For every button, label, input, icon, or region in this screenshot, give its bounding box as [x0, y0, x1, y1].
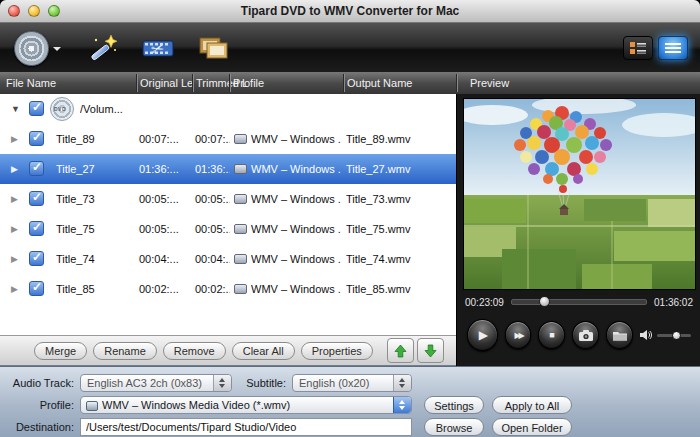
snapshot-button[interactable]: [572, 321, 599, 349]
play-button[interactable]: ▶: [467, 319, 498, 351]
settings-button[interactable]: Settings: [424, 396, 484, 414]
rename-button[interactable]: Rename: [93, 342, 157, 360]
dropdown-arrows-icon: [393, 375, 411, 391]
seek-slider-thumb[interactable]: [539, 296, 550, 307]
volume-slider[interactable]: [657, 334, 691, 337]
profile-label: Profile:: [2, 396, 74, 414]
table-row[interactable]: ▶ Title_89 00:07:... 00:07:... WMV – Win…: [0, 124, 456, 154]
trim-button[interactable]: ✂: [141, 27, 175, 69]
subtitle-label: Subtitle:: [220, 374, 286, 392]
minimize-button[interactable]: [28, 5, 40, 17]
row-checkbox[interactable]: [29, 101, 44, 116]
destination-input[interactable]: [80, 418, 412, 436]
zoom-button[interactable]: [48, 5, 60, 17]
speaker-icon[interactable]: [640, 329, 652, 341]
volume-group: [640, 329, 691, 341]
audio-track-dropdown[interactable]: English AC3 2ch (0x83): [80, 374, 232, 392]
app-window: Tipard DVD to WMV Converter for Mac ✂: [0, 0, 700, 437]
preview-panel: 00:23:09 01:36:02 ▶ ▶▶ ■: [456, 94, 700, 366]
snapshot-folder-button[interactable]: [606, 321, 633, 349]
audio-track-label: Audio Track:: [2, 374, 74, 392]
row-checkbox[interactable]: [29, 281, 44, 296]
window-title: Tipard DVD to WMV Converter for Mac: [0, 0, 700, 22]
cell-original-length: 00:04:...: [139, 244, 191, 274]
folder-icon: [613, 330, 627, 341]
remove-button[interactable]: Remove: [163, 342, 226, 360]
row-checkbox[interactable]: [29, 161, 44, 176]
volume-slider-thumb[interactable]: [672, 331, 681, 340]
thumbnail-grid-icon: [630, 42, 646, 54]
row-checkbox[interactable]: [29, 191, 44, 206]
playback-timeline: 00:23:09 01:36:02: [457, 294, 700, 310]
fast-forward-button[interactable]: ▶▶: [505, 321, 532, 349]
table-row[interactable]: ▶ Title_85 00:02:... 00:02:... WMV – Win…: [0, 274, 456, 304]
disclosure-triangle-icon[interactable]: ▼: [11, 94, 20, 124]
table-row[interactable]: ▶ Title_73 00:05:... 00:05:... WMV – Win…: [0, 184, 456, 214]
title-bar[interactable]: Tipard DVD to WMV Converter for Mac: [0, 0, 700, 23]
view-toggle-group: [623, 36, 688, 60]
disclosure-triangle-icon[interactable]: ▶: [11, 274, 18, 304]
column-separator[interactable]: [229, 74, 230, 92]
green-arrow-up-icon: [394, 344, 407, 358]
move-down-button[interactable]: [417, 338, 444, 363]
column-separator[interactable]: [136, 74, 137, 92]
cell-trimmed-length: 00:07:...: [195, 124, 230, 154]
stop-button[interactable]: ■: [538, 321, 565, 349]
apply-to-all-button[interactable]: Apply to All: [492, 396, 572, 414]
column-separator[interactable]: [192, 74, 193, 92]
audio-track-value: English AC3 2ch (0x83): [87, 377, 202, 389]
profile-format-icon: [234, 224, 247, 234]
table-row-selected[interactable]: ▶ Title_27 01:36:... 01:36:... WMV – Win…: [0, 154, 456, 184]
destination-label: Destination:: [2, 418, 74, 436]
subtitle-value: English (0x20): [299, 377, 369, 389]
seek-slider[interactable]: [511, 299, 647, 305]
table-row[interactable]: ▶ Title_75 00:05:... 00:05:... WMV – Win…: [0, 214, 456, 244]
subtitle-dropdown[interactable]: English (0x20): [292, 374, 412, 392]
column-output-name[interactable]: Output Name: [347, 72, 412, 94]
cell-trimmed-length: 00:05:...: [195, 214, 230, 244]
open-folder-button[interactable]: Open Folder: [492, 418, 572, 436]
cell-file-name: Title_73: [56, 184, 136, 214]
effect-button[interactable]: [87, 27, 119, 69]
cell-profile: WMV – Windows ...: [251, 154, 341, 184]
column-file-name[interactable]: File Name: [6, 72, 56, 94]
cell-output-name: Title_89.wmv: [346, 124, 452, 154]
close-button[interactable]: [8, 5, 20, 17]
load-dvd-button[interactable]: [14, 27, 61, 69]
dvd-disc-icon: [14, 31, 49, 66]
fast-forward-icon: ▶▶: [514, 331, 522, 340]
move-up-button[interactable]: [387, 338, 414, 363]
disclosure-triangle-icon[interactable]: ▶: [11, 214, 18, 244]
browse-button[interactable]: Browse: [424, 418, 484, 436]
row-checkbox[interactable]: [29, 221, 44, 236]
table-row-root[interactable]: ▼ /Volum...: [0, 94, 456, 124]
playback-controls: ▶ ▶▶ ■: [457, 318, 700, 352]
snapshot-tool-button[interactable]: [197, 27, 231, 69]
list-view-button[interactable]: [658, 36, 688, 60]
disclosure-triangle-icon[interactable]: ▶: [11, 124, 18, 154]
cell-output-name: Title_74.wmv: [346, 244, 452, 274]
table-row[interactable]: ▶ Title_74 00:04:... 00:04:... WMV – Win…: [0, 244, 456, 274]
total-time: 01:36:02: [654, 297, 693, 308]
profile-format-icon: [234, 194, 247, 204]
merge-button[interactable]: Merge: [34, 342, 87, 360]
row-checkbox[interactable]: [29, 251, 44, 266]
cell-output-name: Title_85.wmv: [346, 274, 452, 304]
preview-title: Preview: [470, 72, 509, 94]
disclosure-triangle-icon[interactable]: ▶: [11, 184, 18, 214]
properties-button[interactable]: Properties: [301, 342, 373, 360]
grid-view-button[interactable]: [623, 36, 653, 60]
profile-value: WMV – Windows Media Video (*.wmv): [102, 399, 290, 411]
cell-file-name: Title_75: [56, 214, 136, 244]
dropdown-arrows-icon: [393, 397, 411, 413]
column-separator[interactable]: [343, 74, 344, 92]
clear-all-button[interactable]: Clear All: [232, 342, 295, 360]
column-original-length[interactable]: Original Le: [140, 72, 193, 94]
disclosure-triangle-icon[interactable]: ▶: [11, 244, 18, 274]
cell-original-length: 00:05:...: [139, 184, 191, 214]
profile-dropdown[interactable]: WMV – Windows Media Video (*.wmv): [80, 396, 412, 414]
cell-file-name: Title_89: [56, 124, 136, 154]
disclosure-triangle-icon[interactable]: ▶: [11, 154, 18, 184]
row-checkbox[interactable]: [29, 131, 44, 146]
column-profile[interactable]: Profile: [233, 72, 264, 94]
